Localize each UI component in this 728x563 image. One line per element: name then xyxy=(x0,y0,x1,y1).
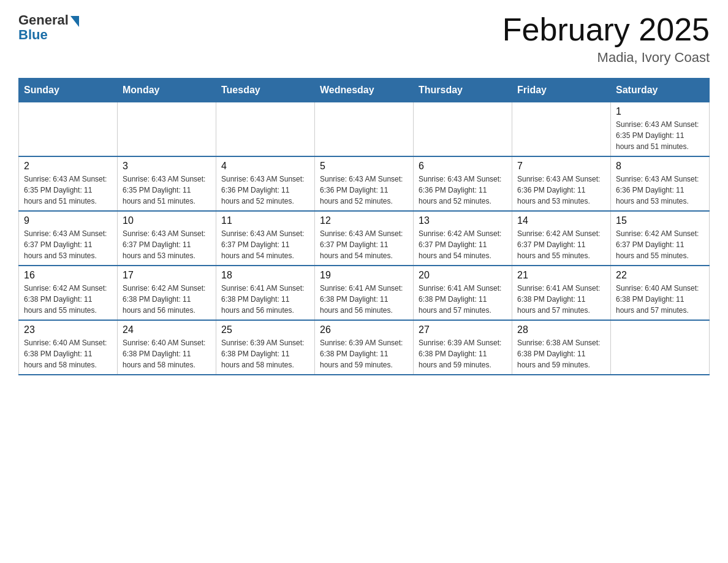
calendar-day-cell: 11Sunrise: 6:43 AM Sunset: 6:37 PM Dayli… xyxy=(216,211,315,266)
day-info: Sunrise: 6:39 AM Sunset: 6:38 PM Dayligh… xyxy=(221,337,309,370)
day-number: 21 xyxy=(517,270,605,281)
day-info: Sunrise: 6:39 AM Sunset: 6:38 PM Dayligh… xyxy=(320,337,408,370)
day-info: Sunrise: 6:43 AM Sunset: 6:37 PM Dayligh… xyxy=(123,228,211,261)
day-number: 22 xyxy=(616,270,704,281)
day-number: 16 xyxy=(24,270,112,281)
day-info: Sunrise: 6:42 AM Sunset: 6:37 PM Dayligh… xyxy=(616,228,704,261)
calendar-day-cell: 20Sunrise: 6:41 AM Sunset: 6:38 PM Dayli… xyxy=(414,266,512,320)
day-of-week-header: Thursday xyxy=(414,79,512,102)
calendar-week-row: 23Sunrise: 6:40 AM Sunset: 6:38 PM Dayli… xyxy=(19,320,710,375)
calendar-day-cell: 6Sunrise: 6:43 AM Sunset: 6:36 PM Daylig… xyxy=(414,156,512,211)
day-info: Sunrise: 6:43 AM Sunset: 6:35 PM Dayligh… xyxy=(123,174,211,207)
location: Madia, Ivory Coast xyxy=(502,50,710,66)
calendar-day-cell xyxy=(512,102,611,157)
day-number: 27 xyxy=(419,324,507,335)
day-number: 10 xyxy=(123,215,211,226)
calendar-header-row: SundayMondayTuesdayWednesdayThursdayFrid… xyxy=(19,79,710,102)
day-info: Sunrise: 6:40 AM Sunset: 6:38 PM Dayligh… xyxy=(123,337,211,370)
calendar-day-cell: 12Sunrise: 6:43 AM Sunset: 6:37 PM Dayli… xyxy=(315,211,414,266)
calendar-day-cell: 27Sunrise: 6:39 AM Sunset: 6:38 PM Dayli… xyxy=(414,320,512,375)
day-number: 23 xyxy=(24,324,112,335)
calendar-day-cell xyxy=(611,320,710,375)
calendar-week-row: 9Sunrise: 6:43 AM Sunset: 6:37 PM Daylig… xyxy=(19,211,710,266)
day-info: Sunrise: 6:38 AM Sunset: 6:38 PM Dayligh… xyxy=(517,337,605,370)
day-of-week-header: Tuesday xyxy=(216,79,315,102)
day-number: 12 xyxy=(320,215,408,226)
calendar-day-cell: 24Sunrise: 6:40 AM Sunset: 6:38 PM Dayli… xyxy=(118,320,216,375)
day-of-week-header: Monday xyxy=(118,79,216,102)
day-info: Sunrise: 6:43 AM Sunset: 6:36 PM Dayligh… xyxy=(320,174,408,207)
calendar-week-row: 1Sunrise: 6:43 AM Sunset: 6:35 PM Daylig… xyxy=(19,102,710,157)
day-info: Sunrise: 6:39 AM Sunset: 6:38 PM Dayligh… xyxy=(419,337,507,370)
day-number: 3 xyxy=(123,161,211,172)
day-number: 20 xyxy=(419,270,507,281)
day-number: 13 xyxy=(419,215,507,226)
calendar-day-cell xyxy=(414,102,512,157)
day-info: Sunrise: 6:43 AM Sunset: 6:35 PM Dayligh… xyxy=(616,119,704,152)
calendar-day-cell: 22Sunrise: 6:40 AM Sunset: 6:38 PM Dayli… xyxy=(611,266,710,320)
day-info: Sunrise: 6:43 AM Sunset: 6:37 PM Dayligh… xyxy=(24,228,112,261)
calendar-day-cell: 23Sunrise: 6:40 AM Sunset: 6:38 PM Dayli… xyxy=(19,320,118,375)
calendar-day-cell: 19Sunrise: 6:41 AM Sunset: 6:38 PM Dayli… xyxy=(315,266,414,320)
day-info: Sunrise: 6:42 AM Sunset: 6:37 PM Dayligh… xyxy=(419,228,507,261)
day-info: Sunrise: 6:41 AM Sunset: 6:38 PM Dayligh… xyxy=(419,283,507,316)
day-number: 2 xyxy=(24,161,112,172)
day-info: Sunrise: 6:43 AM Sunset: 6:36 PM Dayligh… xyxy=(517,174,605,207)
day-info: Sunrise: 6:41 AM Sunset: 6:38 PM Dayligh… xyxy=(517,283,605,316)
day-number: 19 xyxy=(320,270,408,281)
day-of-week-header: Wednesday xyxy=(315,79,414,102)
day-info: Sunrise: 6:43 AM Sunset: 6:37 PM Dayligh… xyxy=(320,228,408,261)
day-number: 26 xyxy=(320,324,408,335)
calendar-day-cell xyxy=(118,102,216,157)
day-number: 17 xyxy=(123,270,211,281)
day-info: Sunrise: 6:43 AM Sunset: 6:37 PM Dayligh… xyxy=(221,228,309,261)
day-number: 25 xyxy=(221,324,309,335)
calendar-day-cell: 13Sunrise: 6:42 AM Sunset: 6:37 PM Dayli… xyxy=(414,211,512,266)
day-number: 14 xyxy=(517,215,605,226)
day-info: Sunrise: 6:43 AM Sunset: 6:36 PM Dayligh… xyxy=(616,174,704,207)
day-number: 1 xyxy=(616,106,704,117)
day-number: 4 xyxy=(221,161,309,172)
page-header: General Blue February 2025 Madia, Ivory … xyxy=(18,12,710,66)
day-number: 9 xyxy=(24,215,112,226)
calendar-day-cell: 8Sunrise: 6:43 AM Sunset: 6:36 PM Daylig… xyxy=(611,156,710,211)
day-info: Sunrise: 6:42 AM Sunset: 6:37 PM Dayligh… xyxy=(517,228,605,261)
calendar-day-cell xyxy=(315,102,414,157)
logo-general-text: General xyxy=(18,12,69,28)
calendar-week-row: 16Sunrise: 6:42 AM Sunset: 6:38 PM Dayli… xyxy=(19,266,710,320)
calendar-day-cell: 26Sunrise: 6:39 AM Sunset: 6:38 PM Dayli… xyxy=(315,320,414,375)
day-number: 7 xyxy=(517,161,605,172)
day-info: Sunrise: 6:41 AM Sunset: 6:38 PM Dayligh… xyxy=(320,283,408,316)
calendar-day-cell: 18Sunrise: 6:41 AM Sunset: 6:38 PM Dayli… xyxy=(216,266,315,320)
title-block: February 2025 Madia, Ivory Coast xyxy=(502,12,710,66)
calendar-day-cell: 10Sunrise: 6:43 AM Sunset: 6:37 PM Dayli… xyxy=(118,211,216,266)
month-title: February 2025 xyxy=(502,12,710,47)
calendar-day-cell: 2Sunrise: 6:43 AM Sunset: 6:35 PM Daylig… xyxy=(19,156,118,211)
calendar-day-cell: 3Sunrise: 6:43 AM Sunset: 6:35 PM Daylig… xyxy=(118,156,216,211)
day-number: 11 xyxy=(221,215,309,226)
day-number: 8 xyxy=(616,161,704,172)
calendar-day-cell: 1Sunrise: 6:43 AM Sunset: 6:35 PM Daylig… xyxy=(611,102,710,157)
day-number: 24 xyxy=(123,324,211,335)
calendar-day-cell: 21Sunrise: 6:41 AM Sunset: 6:38 PM Dayli… xyxy=(512,266,611,320)
calendar-day-cell xyxy=(19,102,118,157)
calendar-day-cell: 14Sunrise: 6:42 AM Sunset: 6:37 PM Dayli… xyxy=(512,211,611,266)
day-number: 28 xyxy=(517,324,605,335)
day-of-week-header: Saturday xyxy=(611,79,710,102)
day-of-week-header: Friday xyxy=(512,79,611,102)
logo-blue-text: Blue xyxy=(18,27,48,43)
day-info: Sunrise: 6:41 AM Sunset: 6:38 PM Dayligh… xyxy=(221,283,309,316)
calendar-day-cell: 15Sunrise: 6:42 AM Sunset: 6:37 PM Dayli… xyxy=(611,211,710,266)
calendar-day-cell: 9Sunrise: 6:43 AM Sunset: 6:37 PM Daylig… xyxy=(19,211,118,266)
day-info: Sunrise: 6:40 AM Sunset: 6:38 PM Dayligh… xyxy=(616,283,704,316)
day-info: Sunrise: 6:43 AM Sunset: 6:36 PM Dayligh… xyxy=(221,174,309,207)
day-of-week-header: Sunday xyxy=(19,79,118,102)
day-info: Sunrise: 6:42 AM Sunset: 6:38 PM Dayligh… xyxy=(24,283,112,316)
day-info: Sunrise: 6:43 AM Sunset: 6:35 PM Dayligh… xyxy=(24,174,112,207)
calendar-day-cell: 4Sunrise: 6:43 AM Sunset: 6:36 PM Daylig… xyxy=(216,156,315,211)
logo-arrow-icon xyxy=(70,16,79,27)
calendar-day-cell: 5Sunrise: 6:43 AM Sunset: 6:36 PM Daylig… xyxy=(315,156,414,211)
calendar-day-cell xyxy=(216,102,315,157)
calendar-day-cell: 25Sunrise: 6:39 AM Sunset: 6:38 PM Dayli… xyxy=(216,320,315,375)
day-number: 5 xyxy=(320,161,408,172)
